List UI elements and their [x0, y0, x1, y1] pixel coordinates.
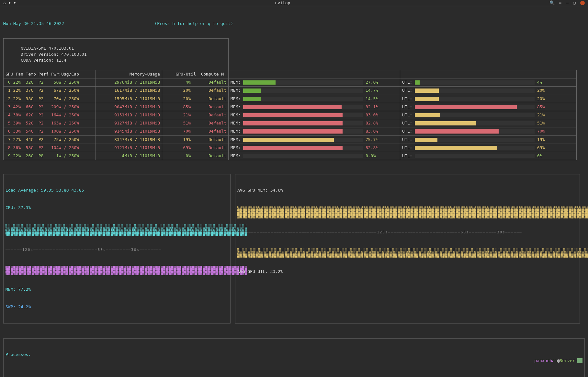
- col-utlbar-header: [400, 70, 577, 78]
- datetime: Mon May 30 21:35:46 2022: [3, 21, 64, 27]
- cpu-percent: CPU: 37.3%: [6, 205, 228, 211]
- close-icon[interactable]: [580, 1, 585, 5]
- avg-gpu-utl: AVG GPU UTL: 33.2%: [237, 269, 578, 275]
- gpu-row[interactable]: 6 33% 54C P2 100W / 250W9145MiB / 11019M…: [4, 127, 577, 135]
- minimize-icon[interactable]: —: [566, 0, 569, 6]
- prompt-host: Server-: [560, 358, 578, 363]
- search-icon[interactable]: 🔍: [549, 0, 555, 6]
- avg-gpu-mem-chart: ▒▒▒▒▒▒▒▒▒▒▒▒▒▒▒▒▒▒▒▒▒▒▒▒▒▒▒▒▒▒▒▒▒▒▒▒▒▒▒▒…: [237, 205, 578, 218]
- gpu-row[interactable]: 9 22% 26C P8 1W / 250W4MiB / 11019MiB0%D…: [4, 152, 577, 160]
- new-tab-icon[interactable]: ▾: [13, 0, 16, 6]
- col-membar-header: [229, 70, 400, 78]
- driver-version: Driver Version: 470.103.01: [21, 52, 87, 57]
- mem-percent: MEM: 77.2%: [6, 287, 228, 292]
- menu-icon[interactable]: ≡: [559, 0, 562, 6]
- window-titlebar: ⌂ ▾ ▾ nvitop 🔍 ≡ — ▢: [0, 0, 588, 6]
- mem-chart: ▓▓▓▓▓▓▓▓▓▓▓▓▓▓▓▓▓▓▓▓▓▓▓▓▓▓▓▓▓▓▓▓▓▓▓▓▓▓▓▓…: [6, 264, 228, 275]
- gpu-avg-panel: AVG GPU MEM: 54.6% ▒▒▒▒▒▒▒▒▒▒▒▒▒▒▒▒▒▒▒▒▒…: [235, 174, 580, 324]
- load-average: Load Average: 59.35 53.80 43.85: [6, 187, 228, 193]
- prompt-at: @: [557, 358, 560, 363]
- col-mem-header: Memory-Usage: [96, 70, 162, 78]
- gpu-row[interactable]: 2 22% 38C P2 70W / 250W1595MiB / 11019Mi…: [4, 95, 577, 103]
- gpu-row[interactable]: 1 22% 37C P2 67W / 250W1617MiB / 11019Mi…: [4, 87, 577, 95]
- swp-percent: SWP: 24.2%: [6, 304, 228, 310]
- gpu-row[interactable]: 0 22% 32C P2 50W / 250W2976MiB / 11019Mi…: [4, 78, 577, 87]
- gpu-row[interactable]: 8 36% 58C P2 104W / 250W9121MiB / 11019M…: [4, 144, 577, 152]
- gpu-row[interactable]: 5 39% 52C P2 163W / 250W9127MiB / 11019M…: [4, 119, 577, 127]
- processes-label: Processes:: [6, 352, 31, 370]
- cuda-version: CUDA Version: 11.4: [21, 58, 66, 63]
- col-util-header: GPU-Util Compute M.: [162, 70, 229, 78]
- window-title: nvitop: [16, 0, 549, 6]
- app-window: ⌂ ▾ ▾ nvitop 🔍 ≡ — ▢ Mon May 30 21:35:46…: [0, 0, 588, 377]
- terminal-tab-icon[interactable]: ⌂ ▾: [3, 0, 11, 6]
- prompt: panxuehai@Server-: [519, 352, 582, 370]
- nvidia-smi-version: NVIDIA-SMI 470.103.01: [21, 46, 74, 51]
- col-gpu-header: GPU Fan Temp Perf Pwr:Usg/Cap: [4, 70, 96, 78]
- avg-gpu-utl-chart: ░░░░░░░░░░░░░░░░░░░░░░░░░░░░░░░░░░░░░░░░…: [237, 247, 578, 257]
- help-hint: (Press h for help or q to quit): [154, 21, 233, 27]
- maximize-icon[interactable]: ▢: [573, 0, 576, 6]
- gpu-row[interactable]: 7 27% 44C P2 75W / 250W8347MiB / 11019Mi…: [4, 135, 577, 144]
- avg-gpu-mem: AVG GPU MEM: 54.6%: [237, 187, 578, 193]
- prompt-user: panxuehai: [534, 358, 557, 363]
- gpu-row[interactable]: 4 38% 62C P2 164W / 250W9151MiB / 11019M…: [4, 111, 577, 119]
- gpu-row[interactable]: 3 42% 66C P2 209W / 250W9043MiB / 11019M…: [4, 103, 577, 111]
- cpu-chart: ░░░░░░░░░░░░░░░░░░░░░░░░░░░░░░░░░░░░░░░░…: [6, 223, 228, 236]
- gpu-table: NVIDIA-SMI 470.103.01 Driver Version: 47…: [3, 38, 577, 160]
- cursor-block: [577, 358, 582, 363]
- terminal-body[interactable]: Mon May 30 21:35:46 2022 (Press h for he…: [0, 6, 588, 377]
- process-panel: Processes: panxuehai@Server- GPU PID USE…: [3, 338, 585, 377]
- cpu-panel: Load Average: 59.35 53.80 43.85 CPU: 37.…: [3, 174, 231, 324]
